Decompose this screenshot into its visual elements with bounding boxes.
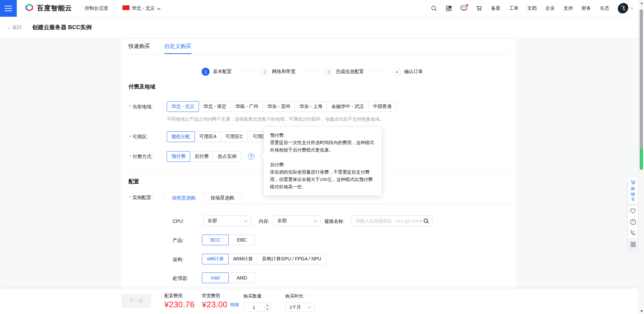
back-button[interactable]: ‹ 返回 <box>8 24 21 30</box>
zone-option-random[interactable]: 随机分配 <box>167 131 195 142</box>
cart-icon <box>630 180 636 185</box>
purchase-footer-bar: 下一步 配置费用 ¥230.76 带宽费用 ¥23.00明细 购买数量: 购买时… <box>0 288 644 314</box>
zone-option-a[interactable]: 可用区A <box>195 131 221 142</box>
fee-detail-link[interactable]: 明细 <box>230 302 239 307</box>
region-option-sz[interactable]: 华东 - 苏州 <box>263 101 295 112</box>
arch-option-hetero[interactable]: 异构计算GPU / FPGA / NPU <box>257 254 326 264</box>
tooltip-prepaid-title: 预付费: <box>270 132 375 139</box>
vendor-option-intel[interactable]: Intel <box>202 272 229 283</box>
quantity-decrease-button[interactable] <box>264 308 270 312</box>
tab-by-machine-type[interactable]: 按机型选购 <box>164 192 203 204</box>
search-icon[interactable] <box>423 218 429 224</box>
payment-option-prepaid[interactable]: 预付费 <box>167 151 190 162</box>
required-mark: * <box>129 134 131 139</box>
next-step-button[interactable]: 下一步 <box>121 294 151 308</box>
memory-filter-value: 全部 <box>277 218 314 224</box>
floating-cart-button[interactable]: 购物车 <box>628 177 638 204</box>
arch-option-x86[interactable]: x86计算 <box>202 254 229 264</box>
config-fee-label: 配置费用 <box>164 293 195 299</box>
chevron-down-icon <box>630 7 634 9</box>
tab-quick-buy[interactable]: 快速购买 <box>128 43 150 50</box>
tab-by-scene[interactable]: 按场景选购 <box>203 192 242 204</box>
scroll-up-arrow[interactable] <box>639 0 644 6</box>
more-tools-button[interactable] <box>628 238 638 250</box>
region-option-bd[interactable]: 华北 - 保定 <box>199 101 231 112</box>
payment-help-icon[interactable]: ? <box>248 153 254 160</box>
region-option-bj[interactable]: 华北 - 北京 <box>167 101 199 112</box>
instance-tabs: 按机型选购 按场景选购 <box>164 192 242 204</box>
product-row-label: 产品: <box>173 238 183 244</box>
region-option-hk[interactable]: 中国香港 <box>368 101 396 112</box>
payment-option-postpaid[interactable]: 后付费 <box>190 151 213 162</box>
quantity-stepper <box>244 303 270 312</box>
spec-search-field <box>351 215 433 226</box>
nav-link-support[interactable]: 支持 <box>564 5 573 11</box>
product-option-ebc[interactable]: EBC <box>228 235 255 245</box>
heart-icon <box>630 208 636 214</box>
console-overview-link[interactable]: 控制台总览 <box>85 5 108 11</box>
chevron-left-icon: ‹ <box>8 24 10 30</box>
nav-link-ecosystem[interactable]: 生态 <box>600 5 609 11</box>
hamburger-menu-button[interactable] <box>0 0 17 17</box>
apps-grid-icon[interactable] <box>446 5 452 11</box>
tab-custom-buy[interactable]: 自定义购买 <box>164 43 191 50</box>
duration-value: 1个月 <box>289 304 308 310</box>
top-navbar: 百度智能云 控制台总览 华北 - 北京 备案 工单 文档 企业 支持 财务 生态 <box>0 0 644 17</box>
question-circle-icon: ? <box>630 219 636 225</box>
payment-option-spot[interactable]: 抢占实例 <box>213 151 241 162</box>
messages-icon[interactable] <box>461 5 467 11</box>
nav-link-gongdan[interactable]: 工单 <box>509 5 519 11</box>
config-fee-block: 配置费用 ¥230.76 <box>164 293 195 309</box>
page-title-bar: ‹ 返回 创建云服务器 BCC实例 <box>0 17 644 38</box>
memory-filter-label: 内存: <box>259 218 269 225</box>
nav-link-beian[interactable]: 备案 <box>491 5 500 11</box>
spec-name-label: 规格名称: <box>324 218 344 225</box>
help-button[interactable]: ? <box>628 216 638 227</box>
nav-link-enterprise[interactable]: 企业 <box>545 5 555 11</box>
nav-link-finance[interactable]: 财务 <box>582 5 591 11</box>
scroll-progress-green <box>640 149 643 170</box>
chevron-up-icon <box>266 304 269 306</box>
contact-phone-button[interactable] <box>628 228 638 238</box>
grid-icon <box>630 242 636 247</box>
quantity-input[interactable] <box>244 303 264 312</box>
floating-cart-label: 购物车 <box>631 186 635 202</box>
page-scrollbar[interactable] <box>638 0 644 314</box>
duration-select[interactable]: 1个月 <box>285 303 314 312</box>
zone-button-group: 随机分配 可用区A 可用区C 可用区D <box>167 131 275 142</box>
quantity-increase-button[interactable] <box>264 303 270 308</box>
duration-label: 购买时长: <box>285 293 314 299</box>
region-selector-value: 华北 - 北京 <box>132 5 155 11</box>
bandwidth-fee-label: 带宽费用 <box>202 293 239 299</box>
zone-option-c[interactable]: 可用区C <box>221 131 248 142</box>
notification-badge <box>466 4 468 6</box>
scroll-down-arrow[interactable] <box>639 308 644 314</box>
region-option-wh[interactable]: 金融华中 - 武汉 <box>327 101 368 112</box>
nav-link-docs[interactable]: 文档 <box>527 5 537 11</box>
arch-option-arm[interactable]: ARM计算 <box>228 254 258 264</box>
step-1-circle: 1 <box>202 68 210 76</box>
chevron-down-icon <box>308 306 311 309</box>
step-1-label: 基本配置 <box>213 69 232 75</box>
favorites-button[interactable] <box>628 205 638 216</box>
brand-logo[interactable]: 百度智能云 <box>25 3 72 13</box>
scrollbar-thumb[interactable] <box>640 9 643 170</box>
vendor-option-amd[interactable]: AMD <box>228 272 255 283</box>
floating-toolbar: ? <box>628 205 638 251</box>
cpu-filter-dropdown[interactable]: 全部 <box>203 215 251 226</box>
product-option-bcc[interactable]: BCC <box>202 235 229 245</box>
chevron-down-icon <box>266 309 269 310</box>
china-flag-icon <box>122 5 129 11</box>
user-account-menu[interactable]: 飞 <box>618 3 634 13</box>
cart-icon[interactable] <box>476 5 482 11</box>
arch-row-label: 架构: <box>173 257 183 263</box>
region-option-sh[interactable]: 华东 - 上海 <box>295 101 327 112</box>
region-option-gz[interactable]: 华南 - 广州 <box>231 101 263 112</box>
quantity-label: 购买数量: <box>244 293 270 299</box>
wizard-steps: 1 基本配置 2 网络和带宽 3 完成信息配置 4 确认订单 <box>202 68 423 76</box>
search-icon[interactable] <box>431 5 437 11</box>
region-selector[interactable]: 华北 - 北京 <box>122 5 161 11</box>
step-2-circle: 2 <box>261 68 269 76</box>
memory-filter-dropdown[interactable]: 全部 <box>273 215 321 226</box>
spec-search-input[interactable] <box>356 218 423 224</box>
